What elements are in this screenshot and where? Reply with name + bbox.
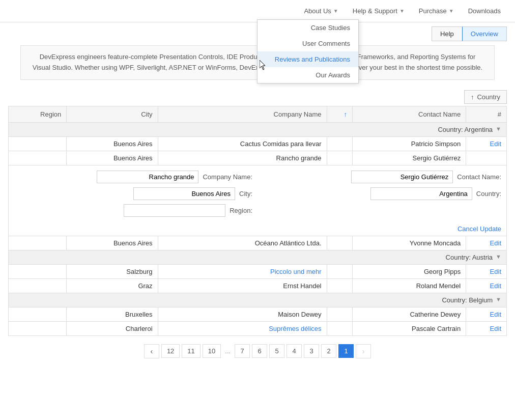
- page-1-button[interactable]: 1: [338, 344, 354, 358]
- col-contact-name: Contact Name: [353, 106, 466, 122]
- page-5-button[interactable]: 5: [269, 344, 284, 358]
- supremes-link[interactable]: Suprêmes délices: [269, 325, 321, 332]
- edit-cactus-button[interactable]: Edit: [490, 140, 501, 148]
- table-row: Charleroi Suprêmes délices Pascale Cartr…: [9, 321, 507, 335]
- group-austria: Country: Austria ▼: [9, 250, 507, 264]
- nav-purchase[interactable]: Purchase ▼: [413, 4, 460, 18]
- company-name-label: Company Name:: [203, 173, 252, 181]
- sort-up-icon: ↑: [471, 93, 474, 101]
- page-4-button[interactable]: 4: [287, 344, 302, 358]
- purchase-caret-icon: ▼: [449, 8, 454, 14]
- table-row: Bruxelles Maison Dewey Catherine Dewey E…: [9, 307, 507, 321]
- col-hash: #: [466, 106, 507, 122]
- next-page-button[interactable]: ›: [356, 344, 371, 358]
- col-region: Region: [9, 106, 67, 122]
- edit-supremes-button[interactable]: Edit: [490, 325, 501, 332]
- edit-form: Company Name: Contact Name: City:: [9, 165, 506, 222]
- data-table: Region City Company Name ↑ Contact Name …: [8, 106, 507, 336]
- country-input[interactable]: [370, 187, 472, 200]
- edit-contact-field: Contact Name:: [263, 171, 501, 183]
- page-3-button[interactable]: 3: [304, 344, 319, 358]
- dropdown-reviews-publications[interactable]: Reviews and Publications: [258, 51, 358, 67]
- page-7-button[interactable]: 7: [235, 344, 250, 358]
- update-link[interactable]: Update: [480, 225, 501, 233]
- help-support-caret-icon: ▼: [399, 8, 405, 14]
- group-argentina: Country: Argentina ▼: [9, 122, 507, 136]
- city-label: City:: [239, 190, 252, 198]
- edit-piccolo-button[interactable]: Edit: [490, 268, 501, 275]
- col-sort-icon: ↑: [327, 106, 353, 122]
- country-label: Country:: [476, 190, 501, 198]
- nav-downloads[interactable]: Downloads: [462, 4, 507, 18]
- sort-bar: ↑ Country: [0, 88, 515, 106]
- col-city: City: [67, 106, 158, 122]
- table-row: Graz Ernst Handel Roland Mendel Edit: [9, 278, 507, 293]
- edit-maison-button[interactable]: Edit: [490, 311, 501, 318]
- nav-about-us[interactable]: About Us ▼: [298, 4, 344, 18]
- cancel-link[interactable]: Cancel: [457, 225, 478, 233]
- edit-region-field: Region:: [14, 204, 252, 217]
- company-name-input[interactable]: [97, 171, 198, 183]
- pagination: ‹ 12 11 10 ... 7 6 5 4 3 2 1 ›: [0, 336, 515, 367]
- prev-page-button[interactable]: ‹: [144, 344, 159, 358]
- dropdown-our-awards[interactable]: Our Awards: [258, 67, 358, 83]
- region-label: Region:: [230, 207, 252, 214]
- about-us-caret-icon: ▼: [333, 8, 338, 14]
- col-company-name[interactable]: Company Name: [158, 106, 327, 122]
- table-row: Buenos Aires Cactus Comidas para llevar …: [9, 136, 507, 151]
- group-belgium: Country: Belgium ▼: [9, 293, 507, 307]
- edit-city-field: City:: [14, 187, 252, 200]
- table-row: Buenos Aires Océano Atlántico Ltda. Yvon…: [9, 236, 507, 250]
- city-input[interactable]: [133, 187, 235, 200]
- nav-bar: About Us ▼ Help & Support ▼ Purchase ▼ D…: [0, 0, 515, 22]
- piccolo-link[interactable]: Piccolo und mehr: [270, 268, 321, 275]
- page-10-button[interactable]: 10: [203, 344, 221, 358]
- group-belgium-arrow[interactable]: ▼: [496, 296, 501, 302]
- dropdown-case-studies[interactable]: Case Studies: [258, 20, 358, 36]
- page-6-button[interactable]: 6: [252, 344, 267, 358]
- edit-company-field: Company Name:: [14, 171, 252, 183]
- edit-country-field: Country:: [263, 187, 501, 200]
- sort-country-button[interactable]: ↑ Country: [464, 90, 507, 104]
- edit-oceano-button[interactable]: Edit: [490, 239, 501, 247]
- group-argentina-arrow[interactable]: ▼: [496, 126, 501, 132]
- group-austria-arrow[interactable]: ▼: [496, 254, 501, 260]
- edit-ernst-button[interactable]: Edit: [490, 282, 501, 290]
- table-row: Buenos Aires Rancho grande Sergio Gutiér…: [9, 151, 507, 165]
- page-dots: ...: [223, 345, 233, 357]
- edit-actions: Cancel Update: [9, 222, 506, 236]
- contact-name-label: Contact Name:: [457, 173, 501, 181]
- page-2-button[interactable]: 2: [321, 344, 336, 358]
- about-us-dropdown: Case Studies User Comments Reviews and P…: [257, 19, 359, 83]
- table-row: Salzburg Piccolo und mehr Georg Pipps Ed…: [9, 264, 507, 278]
- nav-help-support[interactable]: Help & Support ▼: [347, 4, 411, 18]
- region-input[interactable]: [124, 204, 225, 217]
- page-11-button[interactable]: 11: [182, 344, 200, 358]
- dropdown-user-comments[interactable]: User Comments: [258, 36, 358, 51]
- contact-name-input[interactable]: [351, 171, 453, 183]
- page-12-button[interactable]: 12: [161, 344, 180, 358]
- overview-button[interactable]: Overview: [462, 26, 507, 41]
- help-button[interactable]: Help: [432, 26, 462, 41]
- edit-form-row: Company Name: Contact Name: City:: [9, 165, 507, 236]
